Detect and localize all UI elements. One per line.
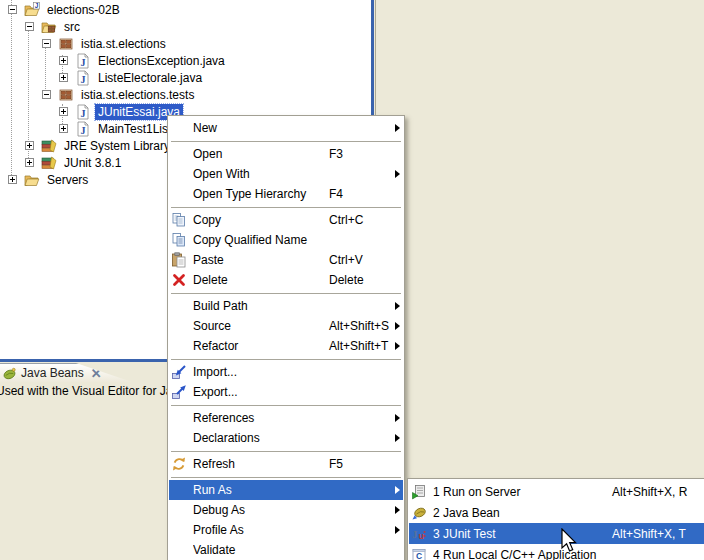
tree-expander-icon[interactable] xyxy=(25,141,34,150)
menu-item-copy[interactable]: CopyCtrl+C xyxy=(169,210,403,230)
copy-icon xyxy=(171,212,187,228)
menu-item-shortcut: F5 xyxy=(329,457,390,471)
menu-item-label: 4 Run Local C/C++ Application xyxy=(433,548,612,560)
menu-item-references[interactable]: References xyxy=(169,408,403,428)
menu-item-label: Open Type Hierarchy xyxy=(193,187,329,201)
tree-item-istia-st-elections-tests[interactable]: istia.st.elections.tests xyxy=(0,86,197,103)
menu-item-4-run-local-c-c-application[interactable]: C4 Run Local C/C++ Application xyxy=(409,544,704,560)
menu-item-label: Paste xyxy=(193,253,329,267)
menu-item-label: Copy xyxy=(193,213,329,227)
menu-item-shortcut: Alt+Shift+S xyxy=(329,319,390,333)
menu-item-label: New xyxy=(193,121,329,135)
tree-item-maintest1liste[interactable]: JMainTest1Liste xyxy=(0,120,181,137)
c-cpp-application-icon: C xyxy=(411,547,427,560)
tree-item-electionsexception-java[interactable]: JElectionsException.java xyxy=(0,52,228,69)
java-file-icon: J xyxy=(75,70,91,86)
blank-icon xyxy=(171,338,187,354)
menu-separator xyxy=(171,477,401,478)
menu-item-copy-qualified-name[interactable]: Copy Qualified Name xyxy=(169,230,403,250)
menu-item-import[interactable]: Import... xyxy=(169,362,403,382)
tree-expander-icon[interactable] xyxy=(59,73,68,82)
submenu-arrow-icon xyxy=(390,526,400,534)
svg-text:J: J xyxy=(81,56,86,67)
close-icon[interactable]: ✕ xyxy=(91,367,102,380)
menu-separator xyxy=(171,405,401,406)
run-on-server-icon xyxy=(411,484,427,500)
java-bean-icon xyxy=(411,505,427,521)
folder-icon xyxy=(24,172,40,188)
menu-item-2-java-bean[interactable]: 2 Java Bean xyxy=(409,502,704,523)
tree-expander-icon[interactable] xyxy=(25,22,34,31)
menu-item-open-with[interactable]: Open With xyxy=(169,164,403,184)
blank-icon xyxy=(171,502,187,518)
menu-item-paste[interactable]: PasteCtrl+V xyxy=(169,250,403,270)
tree-item-istia-st-elections[interactable]: istia.st.elections xyxy=(0,35,169,52)
menu-item-label: Delete xyxy=(193,273,329,287)
menu-item-label: Profile As xyxy=(193,523,329,537)
submenu-arrow-icon xyxy=(390,124,400,132)
menu-separator xyxy=(171,451,401,452)
menu-item-export[interactable]: Export... xyxy=(169,382,403,402)
blank-icon xyxy=(171,482,187,498)
menu-item-profile-as[interactable]: Profile As xyxy=(169,520,403,540)
tree-item-src[interactable]: src xyxy=(0,18,83,35)
menu-item-shortcut: Ctrl+V xyxy=(329,253,390,267)
tree-expander-icon[interactable] xyxy=(42,39,51,48)
tree-item-label: elections-02B xyxy=(44,2,123,18)
menu-item-new[interactable]: New xyxy=(169,118,403,138)
tree-expander-icon[interactable] xyxy=(8,175,17,184)
tree-expander-icon[interactable] xyxy=(25,158,34,167)
tree-item-jre-system-library-jre[interactable]: JRE System Library [jre xyxy=(0,137,193,154)
menu-item-source[interactable]: SourceAlt+Shift+S xyxy=(169,316,403,336)
tree-expander-icon[interactable] xyxy=(59,124,68,133)
tree-expander-icon[interactable] xyxy=(8,5,17,14)
menu-item-3-junit-test[interactable]: Ju3 JUnit TestAlt+Shift+X, T xyxy=(409,523,704,544)
tree-expander-icon[interactable] xyxy=(42,90,51,99)
tree-item-label: ElectionsException.java xyxy=(95,53,228,69)
menu-item-declarations[interactable]: Declarations xyxy=(169,428,403,448)
blank-icon xyxy=(171,430,187,446)
tree-item-junitessai-java[interactable]: JJUnitEssai.java xyxy=(0,103,183,120)
menu-item-build-path[interactable]: Build Path xyxy=(169,296,403,316)
svg-text:J: J xyxy=(81,124,86,135)
menu-item-delete[interactable]: DeleteDelete xyxy=(169,270,403,290)
package-icon xyxy=(58,36,74,52)
tab-label: Java Beans xyxy=(21,366,84,380)
menu-item-shortcut: Alt+Shift+X, T xyxy=(612,527,692,541)
export-icon xyxy=(171,384,187,400)
tree-item-elections-02b[interactable]: Jelections-02B xyxy=(0,1,123,18)
menu-item-label: Declarations xyxy=(193,431,329,445)
tab-java-beans[interactable]: Java Beans ✕ xyxy=(0,363,132,382)
menu-item-label: Import... xyxy=(193,365,329,379)
menu-item-1-run-on-server[interactable]: 1 Run on ServerAlt+Shift+X, R xyxy=(409,481,704,502)
panel-description: Used with the Visual Editor for Java xyxy=(0,384,185,398)
java-file-icon: J xyxy=(75,53,91,69)
tree-item-servers[interactable]: Servers xyxy=(0,171,91,188)
menu-item-validate[interactable]: Validate xyxy=(169,540,403,560)
menu-item-open-type-hierarchy[interactable]: Open Type HierarchyF4 xyxy=(169,184,403,204)
library-icon xyxy=(41,155,57,171)
menu-item-run-as[interactable]: Run As xyxy=(169,480,403,500)
menu-item-label: Export... xyxy=(193,385,329,399)
mouse-cursor xyxy=(558,528,580,554)
tree-expander-icon[interactable] xyxy=(59,107,68,116)
tree-item-listeelectorale-java[interactable]: JListeElectorale.java xyxy=(0,69,205,86)
menu-item-label: 3 JUnit Test xyxy=(433,527,612,541)
submenu-arrow-icon xyxy=(390,434,400,442)
blank-icon xyxy=(171,166,187,182)
submenu-arrow-icon xyxy=(390,506,400,514)
menu-separator xyxy=(171,207,401,208)
menu-item-label: Copy Qualified Name xyxy=(193,233,329,247)
menu-item-refresh[interactable]: RefreshF5 xyxy=(169,454,403,474)
menu-item-open[interactable]: OpenF3 xyxy=(169,144,403,164)
tree-expander-icon[interactable] xyxy=(59,56,68,65)
menu-item-refactor[interactable]: RefactorAlt+Shift+T xyxy=(169,336,403,356)
blank-icon xyxy=(171,542,187,558)
menu-item-debug-as[interactable]: Debug As xyxy=(169,500,403,520)
tree-item-junit-3-8-1[interactable]: JUnit 3.8.1 xyxy=(0,154,124,171)
submenu-arrow-icon xyxy=(390,342,400,350)
import-icon xyxy=(171,364,187,380)
menu-item-label: Refresh xyxy=(193,457,329,471)
menu-item-shortcut: Delete xyxy=(329,273,390,287)
menu-item-label: Open With xyxy=(193,167,329,181)
